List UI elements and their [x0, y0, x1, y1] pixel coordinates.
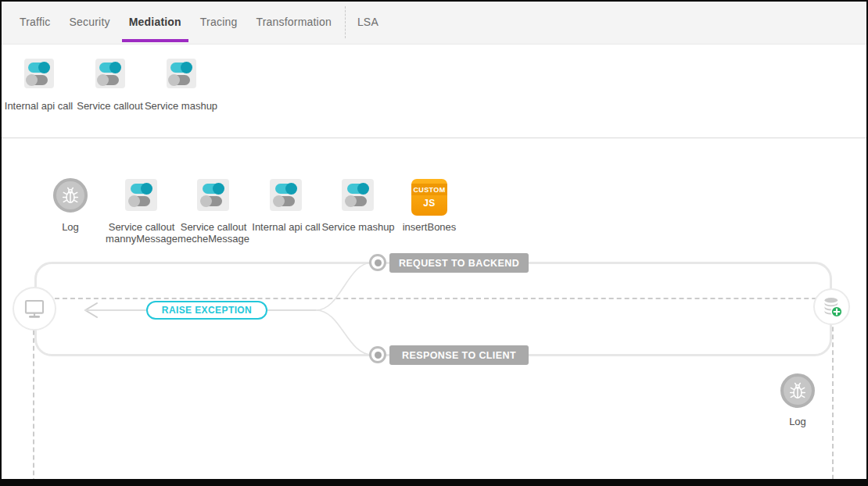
node-log-request[interactable]	[53, 178, 88, 213]
palette-item-service-callout[interactable]: Service callout	[74, 59, 145, 138]
node-label: insertBones	[382, 221, 476, 233]
top-tab-bar: Traffic Security Mediation Tracing Trans…	[0, 0, 868, 45]
node-log-response[interactable]	[780, 373, 815, 408]
tab-traffic[interactable]: Traffic	[10, 0, 60, 44]
backend-endpoint	[813, 288, 850, 325]
tab-transformation[interactable]: Transformation	[246, 0, 340, 44]
toggle-switches-icon	[167, 59, 196, 88]
custom-js-icon: CUSTOM JS	[411, 179, 447, 216]
toggle-switches-icon	[197, 179, 229, 211]
tab-tracing[interactable]: Tracing	[191, 0, 247, 44]
palette-item-label: Service callout	[77, 100, 143, 112]
client-endpoint	[13, 287, 56, 331]
monitor-icon	[23, 298, 46, 320]
request-connector-dot	[369, 254, 386, 271]
node-service-mashup[interactable]	[342, 179, 374, 211]
palette-item-label: Service mashup	[145, 100, 217, 112]
toggle-switches-icon	[125, 179, 157, 211]
node-label: Log	[751, 416, 845, 427]
mediation-designer-window: Traffic Security Mediation Tracing Trans…	[0, 0, 868, 486]
tab-mediation[interactable]: Mediation	[120, 0, 191, 44]
palette-item-internal-api-call[interactable]: Internal api call	[3, 59, 74, 138]
mediation-palette: Internal api call Service callout Servic…	[0, 45, 868, 138]
raise-exception-label: RAISE EXCEPTION	[146, 301, 267, 320]
palette-item-service-mashup[interactable]: Service mashup	[145, 59, 217, 138]
tab-divider	[345, 6, 346, 38]
response-to-client-label: RESPONSE TO CLIENT	[389, 345, 529, 365]
tab-security[interactable]: Security	[60, 0, 120, 44]
request-to-backend-label: REQUEST TO BACKEND	[389, 253, 529, 273]
database-add-icon	[820, 295, 844, 319]
bug-log-icon	[53, 178, 88, 213]
node-insertbones-custom-js[interactable]: CUSTOM JS	[411, 179, 447, 216]
response-connector-dot	[369, 346, 386, 363]
tab-lsa[interactable]: LSA	[348, 0, 388, 44]
toggle-switches-icon	[270, 179, 302, 211]
node-internal-api-call[interactable]	[270, 179, 302, 211]
node-service-callout-manny[interactable]	[125, 179, 157, 211]
bug-log-icon	[780, 373, 815, 408]
toggle-switches-icon	[342, 179, 374, 211]
toggle-switches-icon	[95, 59, 125, 88]
toggle-switches-icon	[24, 59, 54, 88]
palette-item-label: Internal api call	[5, 100, 73, 112]
node-service-callout-meche[interactable]	[197, 179, 229, 211]
